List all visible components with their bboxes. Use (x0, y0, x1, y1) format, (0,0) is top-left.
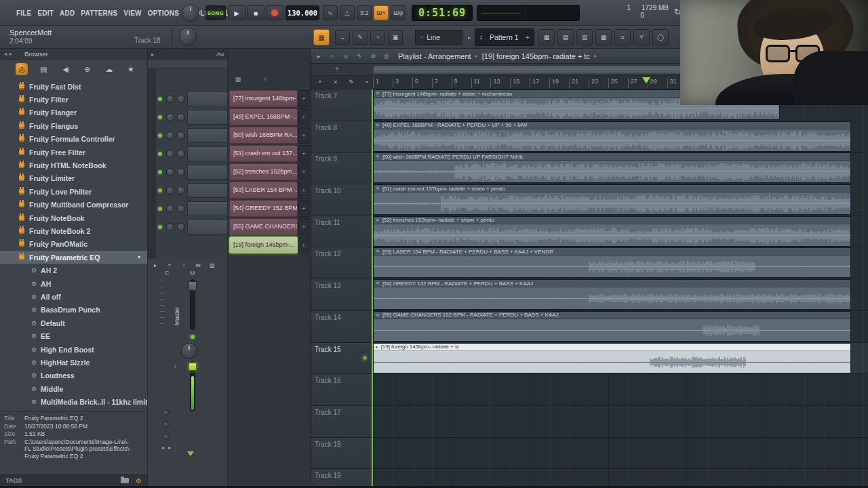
track-arm-led[interactable] (363, 166, 367, 170)
channel-pan-knob[interactable] (166, 95, 174, 103)
playlist-track-row[interactable]: ✕[52] trenches 152bpm- radiate + sham + … (311, 216, 868, 248)
channel-button[interactable] (187, 146, 228, 161)
playlist-track-row[interactable]: Track 19 (311, 469, 868, 488)
playlist-track-row[interactable]: Track 17 (311, 406, 868, 438)
browser-plugin-item[interactable]: Fruity Parametric EQ (0, 251, 147, 264)
typing-keyboard-button[interactable]: ▦ (313, 29, 330, 45)
picker-audio-clip[interactable]: [50] wish 168BPM RA...+ (229, 127, 309, 144)
route-icon[interactable]: ↑ (179, 260, 189, 270)
browser-preset-item[interactable]: AH 2 (0, 264, 147, 277)
picker-audio-clip[interactable]: [54] GREEDY 152 BPM...+ (229, 200, 309, 217)
clip-header[interactable]: ✕[50] wish 168BPM RADIATE PERDU UP FARSI… (374, 153, 850, 161)
track-lane[interactable]: ✕[54] GREEDY 152 BPM - RADIATE + PERDU +… (373, 279, 868, 310)
menu-item[interactable]: EDIT (37, 9, 54, 17)
channel-pan-knob[interactable] (166, 205, 174, 213)
zoom-tool-icon[interactable]: ◎ (382, 52, 391, 61)
track-lane[interactable]: ✕[52] trenches 152bpm- radiate + sham + … (373, 216, 868, 247)
folder-icon[interactable] (121, 478, 129, 483)
scrollbar-thumb[interactable] (373, 66, 685, 74)
mute-tool-icon[interactable]: ⊘ (368, 52, 378, 61)
drag-handle-icon[interactable]: + (298, 163, 309, 180)
browser-plugin-item[interactable]: Fruity Multiband Compressor (0, 199, 147, 211)
track-lane[interactable]: ✕[53] LASER 154 BPM - RADIATE + PERDU + … (373, 247, 868, 279)
down-triangle-icon[interactable] (187, 451, 194, 456)
picker-audio-clip[interactable]: [52] trenches 152bpm...+ (229, 163, 309, 180)
speaker-icon[interactable]: ◀ (59, 63, 71, 75)
master-fader[interactable] (190, 279, 195, 330)
precount-icon[interactable]: Ш+ (374, 5, 389, 20)
channel-row[interactable] (148, 182, 228, 199)
clip-header[interactable]: ✕[54] GREEDY 152 BPM - RADIATE + PERDU +… (374, 280, 850, 287)
channel-pan-knob[interactable] (166, 223, 174, 231)
preview-headphones-icon[interactable]: ∩ (328, 52, 337, 61)
cloud-icon[interactable]: ☁ (103, 63, 115, 75)
track-header[interactable]: Track 14 (311, 311, 373, 342)
channel-led[interactable] (158, 225, 162, 229)
forward-icon[interactable]: ▸ (9, 51, 12, 57)
clip-mute-icon[interactable]: ✕ (376, 91, 380, 96)
channel-pan-knob[interactable] (166, 131, 174, 140)
track-header[interactable]: Track 7 (311, 89, 373, 121)
browser-plugin-item[interactable]: Fruity Flanger (0, 106, 147, 119)
track-header[interactable]: Track 17 (311, 406, 373, 437)
master-volume-fader[interactable] (190, 361, 195, 411)
clip-mute-icon[interactable]: ✕ (376, 154, 380, 159)
record-button[interactable] (266, 5, 283, 20)
rack-icon[interactable]: ▥ (208, 260, 217, 270)
metronome-icon[interactable]: △ (340, 5, 355, 20)
mixer-menu-icon[interactable]: ▸ (151, 260, 160, 270)
hint-knob[interactable] (182, 4, 199, 22)
clip-mute-icon[interactable]: ✕ (376, 186, 380, 191)
playlist-clip[interactable]: ✕[49] EXPEL 168BPM - RADIATE + PERDU + U… (373, 121, 851, 152)
picker-audio-clip[interactable]: [53] LASER 154 BPM -...+ (229, 182, 309, 199)
track-arm-led[interactable] (363, 356, 367, 360)
track-lane[interactable] (373, 469, 868, 488)
track-arm-led[interactable] (363, 261, 367, 265)
browser-plugin-item[interactable]: Fruity Formula Controller (0, 133, 147, 146)
updown-arrows-icon[interactable]: ↕ (174, 363, 177, 369)
playlist-track-row[interactable]: ✕[53] LASER 154 BPM - RADIATE + PERDU + … (311, 247, 868, 279)
drag-handle-icon[interactable]: + (298, 108, 309, 125)
picker-move-icon[interactable]: + (260, 75, 270, 84)
playlist-window-icon[interactable]: ▦ (538, 29, 555, 45)
track-arm-led[interactable] (363, 135, 367, 139)
clip-header[interactable]: ✕[55] GAME CHANGERS 152 BPM - RADIATE + … (374, 312, 850, 319)
channel-led[interactable] (158, 207, 162, 211)
drag-handle-icon[interactable]: + (298, 127, 309, 144)
drag-handle-icon[interactable]: + (298, 145, 309, 162)
browser-preset-item[interactable]: All off (0, 290, 147, 303)
channel-button[interactable] (187, 183, 228, 198)
browser-preset-item[interactable]: Middle (0, 382, 147, 395)
clip-header[interactable]: ✕[49] EXPEL 168BPM - RADIATE + PERDU + U… (374, 122, 850, 129)
channel-row[interactable] (148, 109, 228, 125)
channel-volume-knob[interactable] (177, 186, 185, 195)
clip-header[interactable]: ✕[51] crash em out 137bpm- radiate + sha… (374, 185, 850, 192)
add-pattern-button[interactable]: + (526, 33, 530, 41)
channel-row[interactable] (148, 164, 228, 180)
track-header[interactable]: Track 9 (311, 152, 373, 184)
step-edit-icon[interactable]: → (335, 30, 350, 45)
fader-handle[interactable] (189, 363, 197, 371)
star-icon[interactable]: ★ (125, 63, 137, 75)
mixer-window-icon[interactable]: ▩ (595, 29, 612, 45)
picker-audio-clip[interactable]: [49] EXPEL 168BPM -...+ (229, 108, 309, 125)
track-arm-led[interactable] (363, 293, 367, 297)
channel-pan-knob[interactable] (166, 186, 174, 195)
main-volume-knob[interactable] (179, 28, 197, 45)
track-header[interactable]: Track 19 (311, 469, 373, 488)
channel-row[interactable] (148, 201, 228, 217)
clip-mute-icon[interactable]: ✕ (376, 218, 380, 223)
playlist-track-row[interactable]: Track 16 (311, 374, 868, 406)
gear-icon[interactable]: ⚙ (136, 477, 142, 485)
clip-mute-icon[interactable]: ✕ (376, 249, 380, 254)
drag-handle-icon[interactable]: + (298, 218, 309, 235)
playlist-menu-icon[interactable]: ▸ (314, 52, 323, 61)
browser-window-icon[interactable]: ≡ (614, 29, 631, 45)
channel-button[interactable] (187, 128, 228, 143)
mixer-knob-small[interactable] (163, 422, 169, 428)
playlist-clip[interactable]: ✕[51] crash em out 137bpm- radiate + sha… (373, 184, 851, 215)
channel-button[interactable] (187, 220, 228, 235)
track-lane[interactable]: ✕[51] crash em out 137bpm- radiate + sha… (373, 184, 868, 216)
playlist-clip[interactable]: ✕[53] LASER 154 BPM - RADIATE + PERDU + … (373, 247, 851, 278)
playlist-clip[interactable]: ✕[50] wish 168BPM RADIATE PERDU UP FARSI… (373, 152, 851, 183)
